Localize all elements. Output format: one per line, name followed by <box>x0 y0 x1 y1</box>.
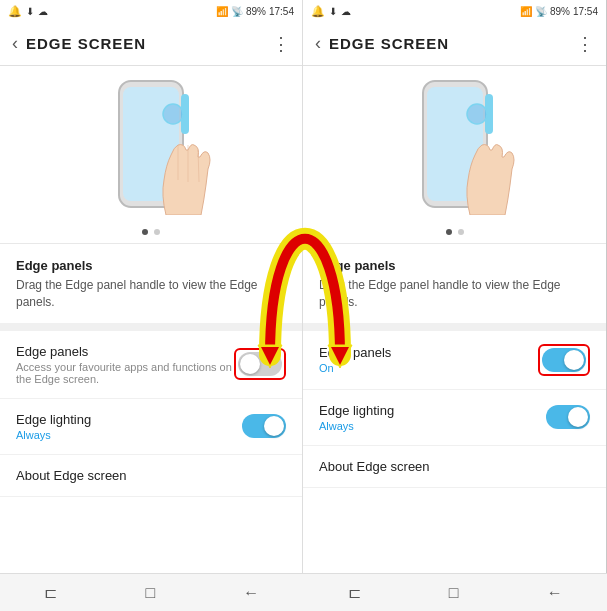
right-dot-2 <box>458 229 464 235</box>
left-dot-2 <box>154 229 160 235</box>
right-about-edge-item[interactable]: About Edge screen <box>303 446 606 488</box>
right-status-right: 📶 📡 89% 17:54 <box>520 6 598 17</box>
right-download-icon: ⬇ <box>329 6 337 17</box>
cloud-icon: ☁ <box>38 6 48 17</box>
right-battery: 89% <box>550 6 570 17</box>
right-time: 17:54 <box>573 6 598 17</box>
right-back-button[interactable]: ‹ <box>315 33 321 54</box>
nav-home-button[interactable]: □ <box>145 584 155 602</box>
nav-recent-button[interactable]: ⊏ <box>44 583 57 602</box>
right-edge-panels-knob <box>564 350 584 370</box>
right-status-bar: 🔔 ⬇ ☁ 📶 📡 89% 17:54 <box>303 0 606 22</box>
right-status-icons: 🔔 ⬇ ☁ <box>311 5 351 18</box>
left-status-right: 📶 📡 89% 17:54 <box>216 6 294 17</box>
right-edge-lighting-title: Edge lighting <box>319 403 546 418</box>
left-edge-lighting-item[interactable]: Edge lighting Always <box>0 399 302 455</box>
svg-point-3 <box>163 104 183 124</box>
right-settings-list: Edge panels On Edge lighting Always <box>303 331 606 573</box>
right-description-text: Drag the Edge panel handle to view the E… <box>319 277 590 311</box>
left-edge-lighting-title: Edge lighting <box>16 412 242 427</box>
right-edge-panels-content: Edge panels On <box>319 345 538 374</box>
right-pagination <box>303 221 606 244</box>
left-edge-panels-item[interactable]: Edge panels Access your favourite apps a… <box>0 331 302 399</box>
left-status-icons: 🔔 ⬇ ☁ <box>8 5 48 18</box>
left-settings-list: Edge panels Access your favourite apps a… <box>0 331 302 573</box>
right-description-title: Edge panels <box>319 258 590 273</box>
right-wifi-icon: 📡 <box>535 6 547 17</box>
wifi-icon: 📡 <box>231 6 243 17</box>
right-edge-panels-subtitle: On <box>319 362 538 374</box>
main-container: 🔔 ⬇ ☁ 📶 📡 89% 17:54 ‹ EDGE SCREEN ⋮ <box>0 0 607 573</box>
left-about-edge-item[interactable]: About Edge screen <box>0 455 302 497</box>
right-panel: 🔔 ⬇ ☁ 📶 📡 89% 17:54 ‹ EDGE SCREEN ⋮ <box>303 0 606 573</box>
right-menu-button[interactable]: ⋮ <box>576 33 594 55</box>
time-left: 17:54 <box>269 6 294 17</box>
left-edge-panels-title: Edge panels <box>16 344 234 359</box>
left-menu-button[interactable]: ⋮ <box>272 33 290 55</box>
battery-left: 89% <box>246 6 266 17</box>
left-status-bar: 🔔 ⬇ ☁ 📶 📡 89% 17:54 <box>0 0 302 22</box>
left-screen-title: EDGE SCREEN <box>26 35 264 52</box>
left-about-edge-content: About Edge screen <box>16 468 286 483</box>
left-hero-area <box>0 66 302 221</box>
right-edge-panels-toggle-wrapper <box>538 344 590 376</box>
right-edge-lighting-toggle[interactable] <box>546 405 590 429</box>
right-edge-panels-toggle[interactable] <box>542 348 586 372</box>
signal-icon: 📶 <box>216 6 228 17</box>
right-edge-lighting-subtitle: Always <box>319 420 546 432</box>
right-edge-lighting-item[interactable]: Edge lighting Always <box>303 390 606 446</box>
right-top-bar: ‹ EDGE SCREEN ⋮ <box>303 22 606 66</box>
left-edge-panels-toggle[interactable] <box>238 352 282 376</box>
left-edge-lighting-content: Edge lighting Always <box>16 412 242 441</box>
left-about-edge-title: About Edge screen <box>16 468 286 483</box>
right-edge-panels-item[interactable]: Edge panels On <box>303 331 606 390</box>
right-about-edge-title: About Edge screen <box>319 459 590 474</box>
right-hero-area <box>303 66 606 221</box>
right-hand-illustration <box>450 135 520 219</box>
right-edge-lighting-knob <box>568 407 588 427</box>
nav-back-button[interactable]: ← <box>243 584 259 602</box>
left-back-button[interactable]: ‹ <box>12 33 18 54</box>
left-panel: 🔔 ⬇ ☁ 📶 📡 89% 17:54 ‹ EDGE SCREEN ⋮ <box>0 0 303 573</box>
notification-icon: 🔔 <box>8 5 22 18</box>
right-signal-icon: 📶 <box>520 6 532 17</box>
right-description-section: Edge panels Drag the Edge panel handle t… <box>303 244 606 331</box>
left-description-text: Drag the Edge panel handle to view the E… <box>16 277 286 311</box>
right-dot-1 <box>446 229 452 235</box>
nav-home-button-right[interactable]: □ <box>449 584 459 602</box>
right-cloud-icon: ☁ <box>341 6 351 17</box>
right-notification-icon: 🔔 <box>311 5 325 18</box>
svg-point-10 <box>467 104 487 124</box>
left-dot-1 <box>142 229 148 235</box>
left-top-bar: ‹ EDGE SCREEN ⋮ <box>0 22 302 66</box>
left-edge-panels-subtitle: Access your favourite apps and functions… <box>16 361 234 385</box>
left-hand-illustration <box>146 135 216 219</box>
right-edge-panels-title: Edge panels <box>319 345 538 360</box>
left-edge-panels-toggle-wrapper <box>234 348 286 380</box>
download-icon: ⬇ <box>26 6 34 17</box>
left-edge-lighting-toggle[interactable] <box>242 414 286 438</box>
left-edge-lighting-knob <box>264 416 284 436</box>
left-edge-panels-knob <box>240 354 260 374</box>
nav-bar: ⊏ □ ← ⊏ □ ← <box>0 573 607 611</box>
left-edge-panels-content: Edge panels Access your favourite apps a… <box>16 344 234 385</box>
right-screen-title: EDGE SCREEN <box>329 35 568 52</box>
left-description-section: Edge panels Drag the Edge panel handle t… <box>0 244 302 331</box>
left-pagination <box>0 221 302 244</box>
left-edge-lighting-subtitle: Always <box>16 429 242 441</box>
right-about-edge-content: About Edge screen <box>319 459 590 474</box>
nav-back-button-right[interactable]: ← <box>547 584 563 602</box>
right-edge-lighting-content: Edge lighting Always <box>319 403 546 432</box>
left-description-title: Edge panels <box>16 258 286 273</box>
nav-recent-button-right[interactable]: ⊏ <box>348 583 361 602</box>
